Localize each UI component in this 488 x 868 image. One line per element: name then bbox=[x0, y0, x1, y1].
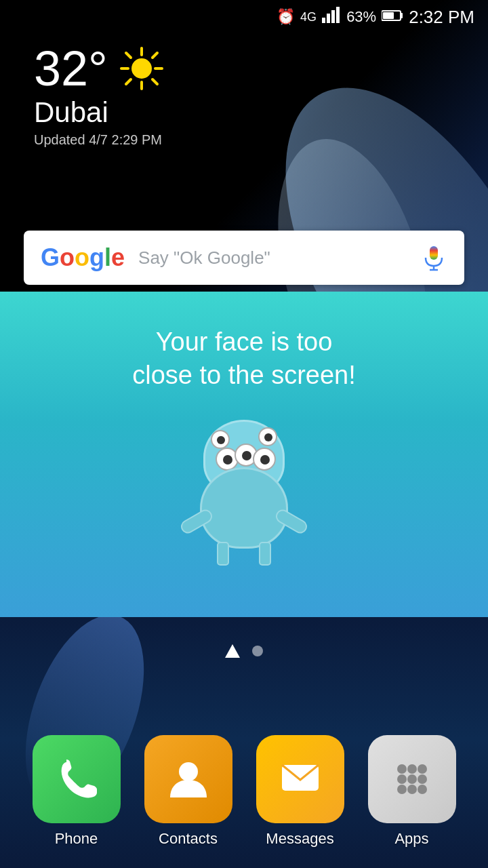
svg-point-15 bbox=[131, 58, 152, 79]
google-logo: Google bbox=[41, 243, 125, 272]
apps-icon bbox=[388, 755, 436, 803]
dock: Phone Contacts Messages bbox=[0, 735, 488, 848]
svg-point-22 bbox=[407, 764, 417, 774]
svg-point-29 bbox=[418, 785, 427, 794]
svg-point-24 bbox=[397, 774, 407, 784]
svg-rect-2 bbox=[331, 10, 335, 23]
svg-rect-6 bbox=[383, 12, 394, 19]
page-dot-inactive bbox=[252, 646, 263, 656]
time: 2:32 PM bbox=[409, 7, 474, 28]
network-type: 4G bbox=[300, 10, 317, 24]
home-page-indicator bbox=[225, 644, 240, 658]
svg-point-23 bbox=[418, 764, 427, 774]
alarm-icon: ⏰ bbox=[277, 8, 295, 26]
microphone-icon[interactable] bbox=[420, 244, 447, 271]
weather-updated: Updated 4/7 2:29 PM bbox=[34, 132, 165, 148]
google-search-bar[interactable]: Google Say "Ok Google" bbox=[24, 231, 464, 285]
city-name: Dubai bbox=[34, 96, 165, 129]
monster-leg-right bbox=[259, 542, 271, 566]
apps-icon-bg[interactable] bbox=[368, 735, 456, 823]
monster-eye-2 bbox=[258, 427, 277, 446]
contacts-icon-bg[interactable] bbox=[144, 735, 232, 823]
svg-point-25 bbox=[407, 774, 417, 784]
svg-rect-16 bbox=[430, 246, 438, 260]
temperature: 32° bbox=[34, 44, 108, 93]
svg-line-14 bbox=[126, 79, 131, 84]
svg-point-19 bbox=[179, 762, 198, 781]
monster-character bbox=[176, 420, 312, 569]
svg-point-21 bbox=[397, 764, 407, 774]
svg-point-27 bbox=[397, 785, 407, 794]
svg-line-13 bbox=[152, 53, 157, 58]
phone-icon-bg[interactable] bbox=[33, 735, 121, 823]
page-indicators bbox=[225, 644, 263, 658]
signal-bars bbox=[322, 7, 341, 27]
svg-rect-0 bbox=[322, 18, 325, 23]
dock-item-phone[interactable]: Phone bbox=[33, 735, 121, 848]
sun-icon bbox=[118, 45, 165, 92]
monster-eye-1 bbox=[211, 430, 230, 449]
svg-point-28 bbox=[407, 785, 417, 794]
contacts-label: Contacts bbox=[159, 830, 218, 848]
dock-item-contacts[interactable]: Contacts bbox=[144, 735, 232, 848]
contacts-icon bbox=[165, 755, 212, 803]
face-too-close-message: Your face is tooclose to the screen! bbox=[105, 326, 383, 393]
svg-line-12 bbox=[152, 79, 157, 84]
svg-rect-3 bbox=[336, 7, 340, 23]
messages-icon bbox=[277, 755, 324, 803]
apps-label: Apps bbox=[394, 830, 428, 848]
google-search-text[interactable]: Say "Ok Google" bbox=[138, 248, 420, 269]
dock-item-messages[interactable]: Messages bbox=[256, 735, 344, 848]
weather-widget: 32° Dubai Updated 4/7 2:29 PM bbox=[34, 44, 165, 148]
phone-label: Phone bbox=[55, 830, 98, 848]
messages-icon-bg[interactable] bbox=[256, 735, 344, 823]
dock-item-apps[interactable]: Apps bbox=[368, 735, 456, 848]
battery-icon bbox=[382, 8, 403, 26]
svg-point-26 bbox=[418, 774, 427, 784]
phone-icon bbox=[53, 755, 100, 803]
monster-leg-left bbox=[217, 542, 229, 566]
monster-body bbox=[200, 467, 288, 549]
monster-eye-5 bbox=[253, 448, 276, 471]
messages-label: Messages bbox=[266, 830, 333, 848]
face-notification: Your face is tooclose to the screen! bbox=[0, 292, 488, 617]
status-bar: ⏰ 4G 63% 2:32 PM bbox=[0, 0, 488, 34]
battery-percent: 63% bbox=[346, 8, 376, 26]
svg-rect-5 bbox=[401, 13, 403, 18]
svg-rect-1 bbox=[327, 14, 330, 23]
svg-line-11 bbox=[126, 53, 131, 58]
